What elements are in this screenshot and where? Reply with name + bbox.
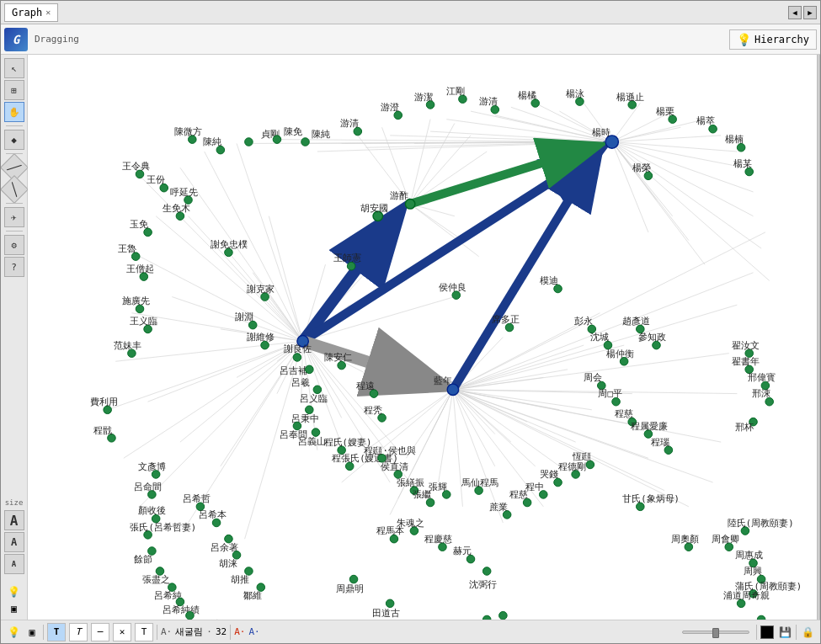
tab-close-icon[interactable]: ✕ — [45, 8, 51, 17]
node-zh2[interactable] — [612, 397, 621, 406]
node-hz3[interactable] — [499, 611, 508, 620]
node-l8[interactable] — [136, 305, 144, 313]
node-flr2[interactable] — [725, 543, 733, 551]
light-bottom-icon[interactable]: 💡 — [7, 584, 22, 599]
node-ch2[interactable] — [370, 390, 378, 398]
node-13[interactable] — [644, 172, 653, 180]
node-bc2[interactable] — [410, 527, 418, 535]
marquee-tool-button[interactable]: ⊞ — [4, 80, 24, 100]
hand-tool-button[interactable]: ✋ — [4, 102, 24, 122]
node-l1[interactable] — [136, 170, 144, 178]
node-youzu[interactable] — [405, 200, 415, 210]
node-lannian[interactable] — [447, 384, 458, 395]
node-zdm[interactable] — [349, 575, 358, 583]
node-ch3[interactable] — [378, 414, 387, 423]
node-low8[interactable] — [475, 487, 483, 495]
text-bold-button[interactable]: T — [47, 623, 66, 641]
square-bottom-icon[interactable]: ▣ — [7, 601, 22, 616]
node-bc3[interactable] — [439, 543, 447, 551]
fly-tool-button[interactable]: ✈ — [4, 207, 24, 227]
node-tdg[interactable] — [386, 599, 394, 608]
node-lhb[interactable] — [212, 519, 221, 527]
node-low9[interactable] — [503, 511, 511, 519]
diamond-tool-button[interactable]: ◆ — [4, 130, 24, 150]
node-wsh[interactable] — [347, 262, 355, 270]
font-size-slider[interactable] — [682, 631, 749, 634]
node-bc1[interactable] — [390, 535, 398, 543]
select-tool-button[interactable]: ↖ — [4, 58, 24, 78]
node-lv5[interactable] — [293, 422, 301, 430]
node-2[interactable] — [394, 111, 403, 120]
node-zh5[interactable] — [664, 446, 673, 455]
node-10[interactable] — [709, 125, 717, 133]
node-m2[interactable] — [261, 293, 269, 301]
text-label-button[interactable]: T — [135, 623, 153, 641]
node-low11[interactable] — [539, 491, 547, 499]
line-tool-button-2[interactable]: ╱ — [1, 175, 28, 204]
graph-canvas[interactable]: 謝良佐 游酢 楊時 藍年 游清 游澄 游潔 江剛 — [28, 55, 817, 620]
graph-tab[interactable]: Graph ✕ — [4, 3, 58, 22]
node-m4[interactable] — [261, 341, 269, 349]
hierarchy-button[interactable]: 💡 Hierarchy — [729, 29, 817, 50]
node-l5[interactable] — [144, 228, 152, 237]
node-11[interactable] — [737, 143, 745, 152]
size-small-button[interactable]: A — [4, 554, 24, 574]
panel-divider[interactable] — [817, 55, 820, 620]
node-l7[interactable] — [140, 273, 148, 281]
node-low7[interactable] — [442, 491, 450, 499]
node-lv6[interactable] — [312, 428, 320, 437]
size-large-button[interactable]: A — [4, 510, 24, 530]
node-xidz[interactable] — [505, 323, 514, 332]
node-l6[interactable] — [131, 253, 140, 261]
node-hzl[interactable] — [452, 291, 461, 300]
node-fr4[interactable] — [765, 397, 774, 406]
node-fxg[interactable] — [757, 615, 765, 620]
node-l9[interactable] — [144, 325, 152, 333]
square-icon[interactable]: ▣ — [24, 625, 40, 640]
node-low14[interactable] — [586, 460, 594, 469]
node-low6[interactable] — [426, 498, 434, 507]
node-mudi[interactable] — [554, 285, 562, 293]
node-yangshi[interactable] — [605, 136, 618, 148]
node-cf3[interactable] — [245, 138, 253, 146]
node-low13[interactable] — [572, 471, 580, 479]
node-l2[interactable] — [160, 184, 168, 192]
node-1[interactable] — [354, 127, 362, 136]
node-cf2[interactable] — [216, 146, 225, 154]
node-lv3[interactable] — [313, 386, 322, 394]
node-m1[interactable] — [225, 248, 233, 257]
node-ll1[interactable] — [104, 406, 112, 414]
node-hy[interactable] — [466, 555, 475, 563]
maximize-button[interactable]: ▶ — [803, 6, 817, 19]
node-fm[interactable] — [152, 471, 160, 479]
node-8[interactable] — [628, 101, 637, 109]
help-tool-button[interactable]: ? — [4, 257, 24, 277]
node-9[interactable] — [669, 115, 677, 124]
node-sbx[interactable] — [482, 567, 491, 576]
node-l4[interactable] — [176, 212, 184, 221]
node-lv7[interactable] — [148, 491, 157, 499]
lock-icon[interactable]: 🔒 — [800, 625, 815, 640]
node-flr1[interactable] — [637, 503, 645, 511]
node-4[interactable] — [459, 95, 467, 104]
node-lv2[interactable] — [306, 365, 314, 374]
node-flr7[interactable] — [737, 599, 745, 608]
light-icon[interactable]: 💡 — [6, 625, 21, 640]
node-r5[interactable] — [653, 341, 661, 349]
text-italic-button[interactable]: T — [69, 623, 88, 641]
config-tool-button[interactable]: ⚙ — [4, 235, 24, 255]
node-l10[interactable] — [128, 349, 136, 358]
node-low12[interactable] — [554, 478, 562, 487]
node-ch1[interactable] — [338, 361, 346, 370]
line-icon-button[interactable]: ─ — [91, 623, 109, 641]
color-swatch[interactable] — [760, 625, 774, 639]
node-lc2[interactable] — [144, 531, 152, 540]
cross-icon-button[interactable]: ✕ — [113, 623, 131, 641]
floppy-icon[interactable]: 💾 — [777, 625, 792, 640]
node-cf5[interactable] — [301, 138, 310, 146]
node-low2[interactable] — [345, 462, 354, 471]
node-ll2[interactable] — [108, 434, 116, 443]
node-7[interactable] — [576, 98, 584, 106]
node-6[interactable] — [531, 99, 540, 108]
size-medium-button[interactable]: A — [4, 532, 24, 552]
